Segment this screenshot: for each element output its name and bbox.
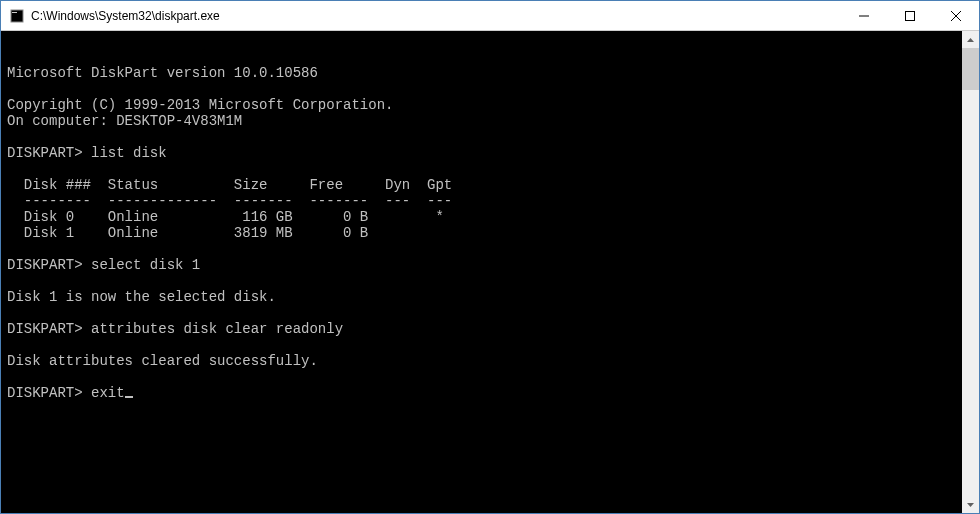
blank-line bbox=[7, 241, 15, 257]
table-row: Disk 0 Online 116 GB 0 B * bbox=[7, 209, 444, 225]
svg-rect-0 bbox=[11, 10, 23, 22]
svg-marker-7 bbox=[967, 503, 974, 507]
window-controls bbox=[841, 1, 979, 30]
scroll-down-button[interactable] bbox=[962, 496, 979, 513]
window-title: C:\Windows\System32\diskpart.exe bbox=[31, 9, 841, 23]
svg-rect-3 bbox=[906, 11, 915, 20]
blank-line bbox=[7, 273, 15, 289]
svg-marker-6 bbox=[967, 38, 974, 42]
result-text: Disk 1 is now the selected disk. bbox=[7, 289, 276, 305]
svg-rect-1 bbox=[12, 12, 17, 13]
blank-line bbox=[7, 305, 15, 321]
blank-line bbox=[7, 161, 15, 177]
blank-line bbox=[7, 129, 15, 145]
blank-line bbox=[7, 337, 15, 353]
copyright-text: Copyright (C) 1999-2013 Microsoft Corpor… bbox=[7, 97, 393, 113]
prompt-line: DISKPART> select disk 1 bbox=[7, 257, 200, 273]
blank-line bbox=[7, 49, 15, 65]
prompt-line: DISKPART> exit bbox=[7, 385, 133, 401]
app-icon bbox=[9, 8, 25, 24]
cursor bbox=[125, 396, 133, 398]
console-output[interactable]: Microsoft DiskPart version 10.0.10586 Co… bbox=[1, 31, 962, 513]
close-button[interactable] bbox=[933, 1, 979, 30]
prompt-line: DISKPART> list disk bbox=[7, 145, 167, 161]
scroll-up-button[interactable] bbox=[962, 31, 979, 48]
blank-line bbox=[7, 369, 15, 385]
table-divider: -------- ------------- ------- ------- -… bbox=[7, 193, 452, 209]
table-row: Disk 1 Online 3819 MB 0 B bbox=[7, 225, 368, 241]
minimize-button[interactable] bbox=[841, 1, 887, 30]
prompt-line: DISKPART> attributes disk clear readonly bbox=[7, 321, 343, 337]
titlebar: C:\Windows\System32\diskpart.exe bbox=[1, 1, 979, 31]
table-header: Disk ### Status Size Free Dyn Gpt bbox=[7, 177, 452, 193]
version-text: Microsoft DiskPart version 10.0.10586 bbox=[7, 65, 318, 81]
maximize-button[interactable] bbox=[887, 1, 933, 30]
blank-line bbox=[7, 81, 15, 97]
scroll-thumb[interactable] bbox=[962, 48, 979, 90]
result-text: Disk attributes cleared successfully. bbox=[7, 353, 318, 369]
console-container: Microsoft DiskPart version 10.0.10586 Co… bbox=[1, 31, 979, 513]
computer-text: On computer: DESKTOP-4V83M1M bbox=[7, 113, 242, 129]
vertical-scrollbar[interactable] bbox=[962, 31, 979, 513]
scroll-track[interactable] bbox=[962, 48, 979, 496]
